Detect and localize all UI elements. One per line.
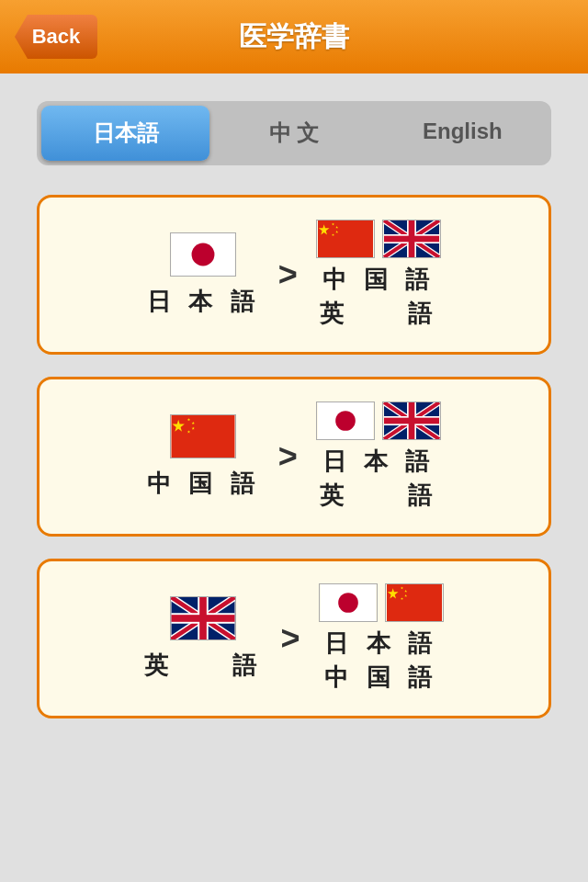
from-label: 中 国 語 bbox=[147, 468, 259, 500]
to-label-1: 日 本 語 bbox=[324, 628, 436, 660]
to-flags bbox=[316, 401, 441, 440]
svg-rect-19 bbox=[318, 220, 373, 257]
back-label: Back bbox=[32, 25, 81, 49]
back-button[interactable]: Back bbox=[15, 15, 97, 59]
to-label-2: 英 語 bbox=[320, 480, 437, 512]
svg-rect-50 bbox=[408, 402, 414, 439]
card-from-section: 日 本 語 bbox=[147, 232, 259, 318]
svg-rect-62 bbox=[387, 584, 442, 621]
card-from-section: 英 語 bbox=[144, 596, 262, 682]
to-label-2: 中 国 語 bbox=[324, 662, 436, 694]
japan-flag-small bbox=[316, 401, 375, 440]
japan-flag bbox=[170, 232, 236, 277]
china-flag-large bbox=[170, 414, 236, 458]
uk-flag bbox=[382, 220, 441, 258]
page-title: 医学辞書 bbox=[239, 18, 349, 56]
to-label-2: 英 語 bbox=[320, 298, 437, 330]
to-labels: 日 本 語 英 語 bbox=[320, 446, 437, 512]
card-to-section: 日 本 語 英 語 bbox=[316, 401, 441, 512]
svg-rect-59 bbox=[200, 597, 208, 639]
svg-point-61 bbox=[338, 593, 358, 613]
arrow-icon: > bbox=[278, 255, 298, 294]
uk-flag-large bbox=[170, 596, 236, 640]
to-labels: 中 国 語 英 語 bbox=[320, 264, 437, 330]
from-label: 日 本 語 bbox=[147, 286, 259, 318]
card-to-section: 中 国 語 英 語 bbox=[316, 220, 441, 330]
to-label-1: 日 本 語 bbox=[322, 446, 435, 478]
to-flags bbox=[316, 220, 441, 258]
card-japanese-source[interactable]: 日 本 語 > bbox=[37, 195, 551, 355]
card-english-source[interactable]: 英 語 > bbox=[37, 559, 551, 718]
china-flag bbox=[316, 220, 375, 258]
arrow-icon: > bbox=[278, 437, 298, 476]
arrow-icon: > bbox=[280, 619, 300, 658]
uk-flag-small bbox=[382, 401, 441, 440]
tab-english[interactable]: English bbox=[379, 106, 547, 161]
svg-rect-34 bbox=[172, 415, 235, 458]
from-label: 英 語 bbox=[144, 650, 262, 682]
to-label-1: 中 国 語 bbox=[322, 264, 435, 296]
china-flag-small2 bbox=[385, 583, 444, 622]
to-labels: 日 本 語 中 国 語 bbox=[324, 628, 436, 694]
card-to-section: 日 本 語 中 国 語 bbox=[319, 583, 444, 694]
card-chinese-source[interactable]: 中 国 語 > bbox=[37, 377, 551, 537]
header: Back 医学辞書 bbox=[0, 0, 588, 74]
tab-japanese[interactable]: 日本語 bbox=[41, 106, 209, 161]
app-container: Back 医学辞書 日本語 中 文 English 日 本 語 bbox=[0, 0, 588, 882]
card-from-section: 中 国 語 bbox=[147, 414, 259, 500]
main-content: 日本語 中 文 English 日 本 語 > bbox=[0, 74, 588, 882]
tab-chinese[interactable]: 中 文 bbox=[209, 106, 378, 161]
svg-rect-33 bbox=[408, 220, 414, 257]
language-tabs: 日本語 中 文 English bbox=[37, 101, 551, 165]
svg-point-18 bbox=[192, 243, 215, 266]
japan-flag-small2 bbox=[319, 583, 378, 622]
svg-point-41 bbox=[335, 411, 356, 431]
to-flags bbox=[319, 583, 444, 622]
